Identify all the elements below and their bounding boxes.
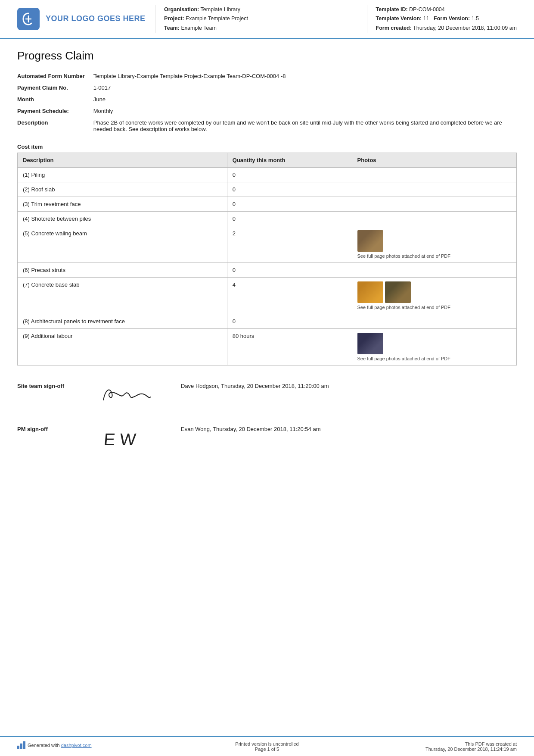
table-row: (9) Additional labour 80 hours See full … bbox=[18, 328, 517, 365]
cost-description: (7) Concrete base slab bbox=[18, 277, 227, 314]
cost-item-label: Cost item bbox=[17, 144, 517, 150]
signoff-row: PM sign-off E W Evan Wong, Thursday, 20 … bbox=[17, 422, 517, 452]
form-version-value: 1.5 bbox=[472, 16, 479, 22]
form-created-value: Thursday, 20 December 2018, 11:00:09 am bbox=[413, 25, 517, 31]
header-meta-right: Template ID: DP-COM-0004 Template Versio… bbox=[367, 5, 517, 33]
cost-photos bbox=[352, 262, 516, 277]
cost-photos bbox=[352, 211, 516, 226]
cost-quantity: 80 hours bbox=[227, 328, 352, 365]
project-value: Example Template Project bbox=[186, 16, 248, 22]
photo-note: See full page photos attached at end of … bbox=[357, 356, 511, 361]
team-label: Team: bbox=[164, 25, 180, 31]
logo-icon bbox=[17, 8, 40, 30]
info-value: Monthly bbox=[93, 105, 517, 117]
cost-quantity: 2 bbox=[227, 226, 352, 262]
version-line: Template Version: 11 Form Version: 1.5 bbox=[376, 14, 517, 23]
cost-photos: See full page photos attached at end of … bbox=[352, 226, 516, 262]
pdf-created-text: This PDF was created atThursday, 20 Dece… bbox=[425, 741, 517, 752]
logo-area: YOUR LOGO GOES HERE bbox=[17, 5, 146, 33]
footer-brand: Generated with dashpivot.com bbox=[17, 741, 92, 749]
signoff-label: PM sign-off bbox=[17, 422, 86, 432]
cost-quantity: 0 bbox=[227, 314, 352, 328]
cost-quantity: 0 bbox=[227, 182, 352, 197]
cost-quantity: 0 bbox=[227, 197, 352, 211]
signoff-person: Dave Hodgson, Thursday, 20 December 2018… bbox=[172, 378, 329, 389]
signoff-signature bbox=[86, 378, 172, 409]
cost-description: (5) Concrete waling beam bbox=[18, 226, 227, 262]
form-created-line: Form created: Thursday, 20 December 2018… bbox=[376, 24, 517, 33]
table-row: (3) Trim revetment face 0 bbox=[18, 197, 517, 211]
info-label: Month bbox=[17, 94, 93, 105]
footer: Generated with dashpivot.com Printed ver… bbox=[0, 736, 534, 756]
footer-right: This PDF was created atThursday, 20 Dece… bbox=[350, 741, 517, 752]
photo-thumb bbox=[357, 281, 383, 303]
cost-table-header: Description Quantity this month Photos bbox=[18, 153, 517, 167]
cost-table: Description Quantity this month Photos (… bbox=[17, 153, 517, 366]
cost-quantity: 0 bbox=[227, 211, 352, 226]
photo-thumb bbox=[357, 333, 383, 354]
template-version-label: Template Version: bbox=[376, 16, 422, 22]
photo-note: See full page photos attached at end of … bbox=[357, 305, 511, 310]
table-row: (7) Concrete base slab 4 See full page p… bbox=[18, 277, 517, 314]
info-label: Payment Claim No. bbox=[17, 82, 93, 94]
cost-description: (6) Precast struts bbox=[18, 262, 227, 277]
info-value: Phase 2B of concrete works were complete… bbox=[93, 117, 517, 135]
info-row: Description Phase 2B of concrete works w… bbox=[17, 117, 517, 135]
cost-description: (2) Roof slab bbox=[18, 182, 227, 197]
cost-photos bbox=[352, 314, 516, 328]
org-value: Template Library bbox=[201, 6, 240, 12]
info-label: Payment Schedule: bbox=[17, 105, 93, 117]
signature-image bbox=[95, 381, 164, 406]
cost-description: (3) Trim revetment face bbox=[18, 197, 227, 211]
table-row: (8) Architectural panels to revetment fa… bbox=[18, 314, 517, 328]
table-row: (1) Piling 0 bbox=[18, 167, 517, 182]
footer-left: Generated with dashpivot.com bbox=[17, 741, 184, 749]
cost-table-body: (1) Piling 0 (2) Roof slab 0 (3) Trim re… bbox=[18, 167, 517, 365]
cost-quantity: 0 bbox=[227, 262, 352, 277]
cost-header-row: Description Quantity this month Photos bbox=[18, 153, 517, 167]
signoff-section: Site team sign-off Dave Hodgson, Thursda… bbox=[17, 378, 517, 452]
team-value: Example Team bbox=[181, 25, 216, 31]
page-title: Progress Claim bbox=[17, 49, 517, 62]
form-version-label: Form Version: bbox=[434, 16, 470, 22]
project-label: Project: bbox=[164, 16, 184, 22]
table-row: (2) Roof slab 0 bbox=[18, 182, 517, 197]
template-id-value: DP-COM-0004 bbox=[409, 6, 445, 12]
project-line: Project: Example Template Project bbox=[164, 14, 358, 23]
info-row: Payment Schedule: Monthly bbox=[17, 105, 517, 117]
signoff-signature: E W bbox=[86, 422, 172, 452]
info-row: Payment Claim No. 1-0017 bbox=[17, 82, 517, 94]
signoff-label: Site team sign-off bbox=[17, 378, 86, 389]
dashpivot-link[interactable]: dashpivot.com bbox=[61, 743, 92, 748]
page: YOUR LOGO GOES HERE Organisation: Templa… bbox=[0, 0, 534, 756]
info-label: Description bbox=[17, 117, 93, 135]
cost-description: (8) Architectural panels to revetment fa… bbox=[18, 314, 227, 328]
signoff-row: Site team sign-off Dave Hodgson, Thursda… bbox=[17, 378, 517, 409]
cost-quantity: 4 bbox=[227, 277, 352, 314]
info-value: Template Library-Example Template Projec… bbox=[93, 70, 517, 82]
org-line: Organisation: Template Library bbox=[164, 5, 358, 14]
footer-center: Printed version is uncontrolledPage 1 of… bbox=[184, 741, 351, 752]
template-id-label: Template ID: bbox=[376, 6, 408, 12]
info-row: Month June bbox=[17, 94, 517, 105]
cost-description: (1) Piling bbox=[18, 167, 227, 182]
info-value: 1-0017 bbox=[93, 82, 517, 94]
info-table: Automated Form Number Template Library-E… bbox=[17, 70, 517, 135]
generated-text: Generated with dashpivot.com bbox=[28, 743, 92, 748]
cost-quantity: 0 bbox=[227, 167, 352, 182]
cost-description: (9) Additional labour bbox=[18, 328, 227, 365]
signature-image: E W bbox=[95, 424, 164, 450]
cost-description: (4) Shotcrete between piles bbox=[18, 211, 227, 226]
info-label: Automated Form Number bbox=[17, 70, 93, 82]
cost-photos bbox=[352, 197, 516, 211]
team-line: Team: Example Team bbox=[164, 24, 358, 33]
cost-photos: See full page photos attached at end of … bbox=[352, 328, 516, 365]
col-quantity: Quantity this month bbox=[227, 153, 352, 167]
col-description: Description bbox=[18, 153, 227, 167]
col-photos: Photos bbox=[352, 153, 516, 167]
logo-text: YOUR LOGO GOES HERE bbox=[46, 14, 146, 23]
header-meta-center: Organisation: Template Library Project: … bbox=[155, 5, 358, 33]
cost-photos bbox=[352, 182, 516, 197]
header: YOUR LOGO GOES HERE Organisation: Templa… bbox=[0, 0, 534, 39]
dashpivot-icon bbox=[17, 741, 25, 749]
